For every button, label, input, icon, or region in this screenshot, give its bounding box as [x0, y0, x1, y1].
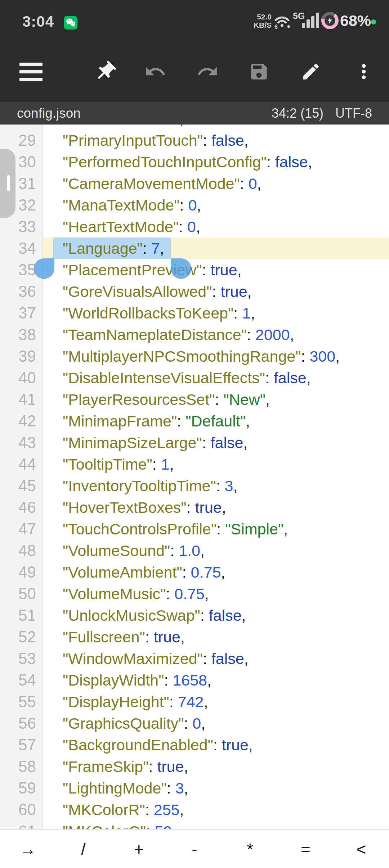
selection-handle-right[interactable] [171, 258, 191, 279]
code-line-49[interactable]: 49"VolumeAmbient": 0.75, [0, 561, 389, 583]
code-line-54[interactable]: 54"DisplayWidth": 1658, [0, 669, 389, 691]
code-line-45[interactable]: 45"InventoryTooltipTime": 3, [0, 475, 389, 497]
line-number: 47 [0, 518, 36, 540]
code-line-59[interactable]: 59"LightingMode": 3, [0, 777, 389, 799]
code-text: "WindowMaximized": false, [63, 648, 249, 669]
undo-icon [144, 60, 166, 83]
code-line-30[interactable]: 30"PerformedTouchInputConfig": false, [0, 151, 389, 173]
file-name: config.json [17, 102, 81, 125]
code-line-44[interactable]: 44"TooltipTime": 1, [0, 453, 389, 475]
overflow-menu-button[interactable] [351, 59, 377, 85]
three-dot-menu-icon [354, 62, 374, 81]
scroll-thumb-grip [7, 175, 10, 191]
line-number: 28 [0, 125, 36, 130]
notification-dot [371, 19, 376, 24]
redo-button[interactable] [194, 59, 220, 85]
line-number: 45 [0, 475, 36, 497]
code-text: "TouchControlsProfile": "Simple", [63, 518, 288, 540]
line-number: 59 [0, 777, 36, 799]
code-line-32[interactable]: 32"ManaTextMode": 0, [0, 194, 389, 216]
redo-icon [196, 60, 219, 83]
code-line-48[interactable]: 48"VolumeSound": 1.0, [0, 540, 389, 561]
code-line-50[interactable]: 50"VolumeMusic": 0.75, [0, 583, 389, 605]
code-text: "FrameSkip": true, [63, 756, 188, 777]
code-text: "InventoryTooltipTime": 3, [63, 475, 237, 497]
status-time: 3:04 [22, 13, 54, 30]
code-line-55[interactable]: 55"DisplayHeight": 742, [0, 691, 389, 713]
code-editor[interactable]: 28"PortraitMode": 0,29"PrimaryInputTouch… [0, 125, 389, 829]
code-line-33[interactable]: 33"HeartTextMode": 0, [0, 216, 389, 238]
code-text: "CameraMovementMode": 0, [63, 173, 261, 194]
code-line-35[interactable]: 35"PlacementPreview": true, [0, 259, 389, 281]
code-text: "PlayerResourcesSet": "New", [63, 389, 270, 410]
edit-button[interactable] [298, 59, 324, 85]
fast-scroll-thumb[interactable] [0, 149, 15, 218]
symbol-key-4[interactable]: - [167, 829, 222, 868]
cursor-position: 34:2 (15) [272, 102, 323, 125]
code-line-47[interactable]: 47"TouchControlsProfile": "Simple", [0, 518, 389, 540]
pencil-icon [300, 61, 321, 82]
lightning-bolt-icon [326, 16, 334, 25]
code-line-29[interactable]: 29"PrimaryInputTouch": false, [0, 130, 389, 151]
save-button[interactable] [246, 59, 272, 85]
line-number: 51 [0, 605, 36, 626]
code-text: "BackgroundEnabled": true, [63, 734, 253, 756]
code-line-43[interactable]: 43"MinimapSizeLarge": false, [0, 432, 389, 453]
wifi-icon: 6 [273, 12, 291, 31]
symbol-key-3[interactable]: + [111, 829, 167, 868]
code-line-28[interactable]: 28"PortraitMode": 0, [0, 125, 389, 130]
code-line-52[interactable]: 52"Fullscreen": true, [0, 626, 389, 648]
code-line-37[interactable]: 37"WorldRollbacksToKeep": 1, [0, 302, 389, 324]
code-line-34[interactable]: 34"Language": 7, [0, 238, 389, 259]
file-info-bar: config.json 34:2 (15) UTF-8 [0, 102, 389, 125]
line-number: 40 [0, 367, 36, 389]
battery-percent: 68% [340, 12, 371, 30]
code-text: "DisableIntenseVisualEffects": false, [63, 367, 311, 389]
code-text: "Fullscreen": true, [63, 626, 185, 648]
code-line-58[interactable]: 58"FrameSkip": true, [0, 756, 389, 777]
code-line-40[interactable]: 40"DisableIntenseVisualEffects": false, [0, 367, 389, 389]
undo-button[interactable] [142, 59, 168, 85]
line-number: 50 [0, 583, 36, 605]
code-text: "WorldRollbacksToKeep": 1, [63, 302, 255, 324]
line-number: 61 [0, 820, 36, 829]
top-bar: 3:04 52.0 KB/S 6 5G [0, 0, 389, 102]
symbol-key-6[interactable]: = [278, 829, 333, 868]
code-line-61[interactable]: 61"MKColorG": 50, [0, 820, 389, 829]
symbol-key-2[interactable]: / [55, 829, 111, 868]
code-line-41[interactable]: 41"PlayerResourcesSet": "New", [0, 389, 389, 410]
pin-button[interactable] [92, 59, 118, 85]
selection-handle-left[interactable] [34, 258, 54, 279]
line-number: 54 [0, 669, 36, 691]
code-line-42[interactable]: 42"MinimapFrame": "Default", [0, 410, 389, 432]
code-line-36[interactable]: 36"GoreVisualsAllowed": true, [0, 281, 389, 302]
code-line-31[interactable]: 31"CameraMovementMode": 0, [0, 173, 389, 194]
code-text: "MultiplayerNPCSmoothingRange": 300, [63, 345, 340, 367]
code-line-38[interactable]: 38"TeamNameplateDistance": 2000, [0, 324, 389, 345]
code-text: "VolumeSound": 1.0, [63, 540, 205, 561]
code-line-56[interactable]: 56"GraphicsQuality": 0, [0, 713, 389, 734]
code-text: "MKColorR": 255, [63, 799, 184, 820]
code-text: "MinimapFrame": "Default", [63, 410, 250, 432]
code-line-39[interactable]: 39"MultiplayerNPCSmoothingRange": 300, [0, 345, 389, 367]
save-icon [249, 61, 269, 82]
wechat-notification-icon [64, 16, 77, 30]
code-text: "MinimapSizeLarge": false, [63, 432, 247, 453]
code-line-60[interactable]: 60"MKColorR": 255, [0, 799, 389, 820]
code-line-46[interactable]: 46"HoverTextBoxes": true, [0, 497, 389, 518]
code-line-57[interactable]: 57"BackgroundEnabled": true, [0, 734, 389, 756]
menu-button[interactable] [18, 59, 44, 85]
line-number: 55 [0, 691, 36, 713]
code-text: "PlacementPreview": true, [63, 259, 242, 281]
symbol-key-7[interactable]: < [334, 829, 389, 868]
code-text: "VolumeMusic": 0.75, [63, 583, 209, 605]
code-line-51[interactable]: 51"UnlockMusicSwap": false, [0, 605, 389, 626]
code-text: "PerformedTouchInputConfig": false, [63, 151, 312, 173]
code-line-53[interactable]: 53"WindowMaximized": false, [0, 648, 389, 669]
line-number: 46 [0, 497, 36, 518]
code-text: "Language": 7, [63, 238, 164, 259]
symbol-key-1[interactable]: → [0, 829, 55, 868]
symbol-key-5[interactable]: * [222, 829, 278, 868]
pin-icon [88, 55, 122, 88]
code-text: "DisplayHeight": 742, [63, 691, 208, 713]
